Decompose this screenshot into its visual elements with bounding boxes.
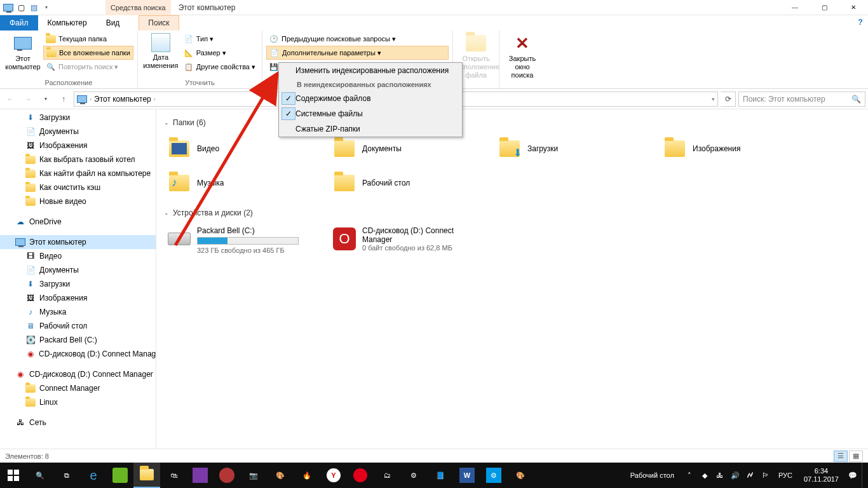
search-again-button[interactable]: 🔍Повторить поиск ▾: [43, 60, 133, 74]
nav-documents2[interactable]: 📄Документы: [0, 263, 156, 277]
up-button[interactable]: ↑: [56, 92, 71, 107]
action-center-icon[interactable]: 💬: [846, 463, 859, 488]
nav-pictures[interactable]: 🖼Изображения: [0, 139, 156, 152]
nav-folder-2[interactable]: Как найти файл на компьютере: [0, 166, 156, 180]
show-desktop-button[interactable]: [862, 463, 865, 488]
tab-file[interactable]: Файл: [0, 15, 38, 30]
tray-lang[interactable]: РУС: [775, 471, 796, 479]
drive-d[interactable]: O CD-дисковод (D:) Connect Manager 0 бай…: [329, 224, 482, 257]
nav-onedrive[interactable]: ☁OneDrive: [0, 215, 156, 229]
tab-computer[interactable]: Компьютер: [38, 15, 97, 30]
nav-drive-d[interactable]: ◉CD-дисковод (D:) Connect Manager: [0, 347, 156, 361]
other-props-button[interactable]: 📋Другие свойства ▾: [181, 60, 258, 74]
word-icon[interactable]: W: [454, 463, 480, 488]
opera-icon[interactable]: [347, 463, 374, 488]
view-large-button[interactable]: ▦: [849, 451, 863, 462]
tray-chevron-icon[interactable]: ˄: [683, 463, 696, 488]
app-icon-7[interactable]: Y: [320, 463, 347, 488]
tab-search[interactable]: Поиск: [139, 15, 179, 30]
minimize-button[interactable]: —: [780, 0, 810, 15]
refresh-button[interactable]: ⟳: [721, 92, 736, 107]
nav-downloads[interactable]: ⬇Загрузки: [0, 111, 156, 125]
store-icon[interactable]: 🛍: [160, 463, 187, 488]
folder-documents[interactable]: Документы: [329, 133, 482, 164]
app-icon-8[interactable]: 🗂: [374, 463, 400, 488]
folder-desktop[interactable]: Рабочий стол: [329, 168, 482, 198]
nav-video[interactable]: 🎞Видео: [0, 249, 156, 263]
recent-locations-button[interactable]: ▾: [38, 92, 53, 107]
folder-video[interactable]: Видео: [164, 133, 316, 164]
tray-volume-icon[interactable]: 🔊: [729, 463, 742, 488]
nav-network[interactable]: 🖧Сеть: [0, 416, 156, 430]
section-folders[interactable]: ⌄Папки (6): [164, 118, 860, 127]
nav-thispc[interactable]: Этот компьютер: [0, 235, 156, 249]
menu-change-indexed[interactable]: Изменить индексированные расположения: [279, 63, 462, 78]
show-desktop-label[interactable]: Рабочий стол: [624, 471, 681, 479]
nav-drive-d-root[interactable]: ◉CD-дисковод (D:) Connect Manager: [0, 367, 156, 381]
breadcrumb-dropdown-icon[interactable]: ▾: [712, 96, 715, 102]
app-icon-5[interactable]: 🎨: [267, 463, 294, 488]
nav-linux[interactable]: Linux: [0, 395, 156, 409]
folder-downloads[interactable]: ⬇Загрузки: [494, 133, 647, 164]
all-subfolders-button[interactable]: Все вложенные папки: [43, 46, 133, 60]
qat-dropdown[interactable]: ▾: [41, 2, 52, 13]
nav-folder-4[interactable]: Новые видео: [0, 194, 156, 208]
close-button[interactable]: ✕: [839, 0, 868, 15]
search-input[interactable]: Поиск: Этот компьютер 🔍: [738, 92, 865, 107]
menu-file-contents[interactable]: ✓Содержимое файлов: [279, 91, 462, 106]
navigation-pane[interactable]: ⬇Загрузки 📄Документы 🖼Изображения Как вы…: [0, 109, 156, 465]
folder-music[interactable]: ♪Музыка: [164, 168, 316, 198]
tab-view[interactable]: Вид: [97, 15, 130, 30]
taskview-button[interactable]: ⧉: [53, 463, 80, 488]
forward-button[interactable]: →: [20, 92, 36, 107]
nav-folder-3[interactable]: Как очистить кэш: [0, 180, 156, 194]
qat-btn-2[interactable]: ▤: [28, 2, 39, 13]
nav-documents[interactable]: 📄Документы: [0, 125, 156, 139]
recent-searches-button[interactable]: 🕑Предыдущие поисковые запросы ▾: [266, 32, 449, 46]
view-details-button[interactable]: ☰: [834, 451, 848, 462]
back-button[interactable]: ←: [3, 92, 18, 107]
size-button[interactable]: 📐Размер ▾: [181, 46, 258, 60]
paint-icon[interactable]: 🎨: [507, 463, 534, 488]
nav-pictures2[interactable]: 🖼Изображения: [0, 291, 156, 305]
breadcrumb-segment[interactable]: Этот компьютер: [94, 95, 151, 104]
folder-pictures[interactable]: Изображения: [660, 133, 812, 164]
tray-battery-icon[interactable]: 🗲: [744, 463, 757, 488]
maximize-button[interactable]: ▢: [810, 0, 839, 15]
edge-icon[interactable]: e: [80, 463, 107, 488]
help-button[interactable]: ?: [853, 15, 868, 30]
tray-network-icon[interactable]: 🖧: [714, 463, 726, 488]
date-modified-button[interactable]: Дата изменения: [142, 32, 180, 70]
app-icon-10[interactable]: 📘: [427, 463, 454, 488]
this-pc-button[interactable]: Этот компьютер: [4, 32, 42, 71]
current-folder-button[interactable]: Текущая папка: [43, 32, 133, 46]
content-pane[interactable]: ⌄Папки (6) Видео Документы ⬇Загрузки Изо…: [156, 109, 868, 465]
nav-folder-1[interactable]: Как выбрать газовый котел: [0, 152, 156, 166]
start-button[interactable]: [0, 463, 27, 488]
drive-c[interactable]: Packard Bell (C:) 323 ГБ свободно из 465…: [164, 224, 316, 257]
tray-clock[interactable]: 6:34 07.11.2017: [799, 467, 844, 484]
nav-desktop[interactable]: 🖥Рабочий стол: [0, 319, 156, 333]
app-icon-2[interactable]: [187, 463, 214, 488]
nav-drive-c[interactable]: 💽Packard Bell (C:): [0, 333, 156, 347]
nav-music[interactable]: ♪Музыка: [0, 305, 156, 319]
app-icon-9[interactable]: ⚙: [400, 463, 427, 488]
app-icon-1[interactable]: [107, 463, 133, 488]
app-icon-3[interactable]: [214, 463, 240, 488]
app-icon-4[interactable]: 📷: [240, 463, 267, 488]
settings-icon[interactable]: ⚙: [480, 463, 507, 488]
nav-downloads2[interactable]: ⬇Загрузки: [0, 277, 156, 291]
close-search-button[interactable]: ✕ Закрыть окно поиска: [503, 32, 541, 79]
explorer-icon[interactable]: [133, 463, 160, 488]
app-icon-6[interactable]: 🔥: [294, 463, 320, 488]
search-button[interactable]: 🔍: [27, 463, 53, 488]
tray-app-icon[interactable]: ◆: [698, 463, 711, 488]
qat-btn-1[interactable]: ▢: [15, 2, 27, 13]
menu-system-files[interactable]: ✓Системные файлы: [279, 106, 462, 121]
nav-connect-mgr[interactable]: Connect Manager: [0, 381, 156, 395]
menu-zip-folders[interactable]: Сжатые ZIP-папки: [279, 121, 462, 137]
advanced-params-button[interactable]: 📄Дополнительные параметры ▾: [266, 46, 449, 60]
section-devices[interactable]: ⌄Устройства и диски (2): [164, 208, 860, 217]
type-button[interactable]: 📄Тип ▾: [181, 32, 258, 46]
open-location-button[interactable]: Открыть расположение файла: [457, 32, 495, 79]
